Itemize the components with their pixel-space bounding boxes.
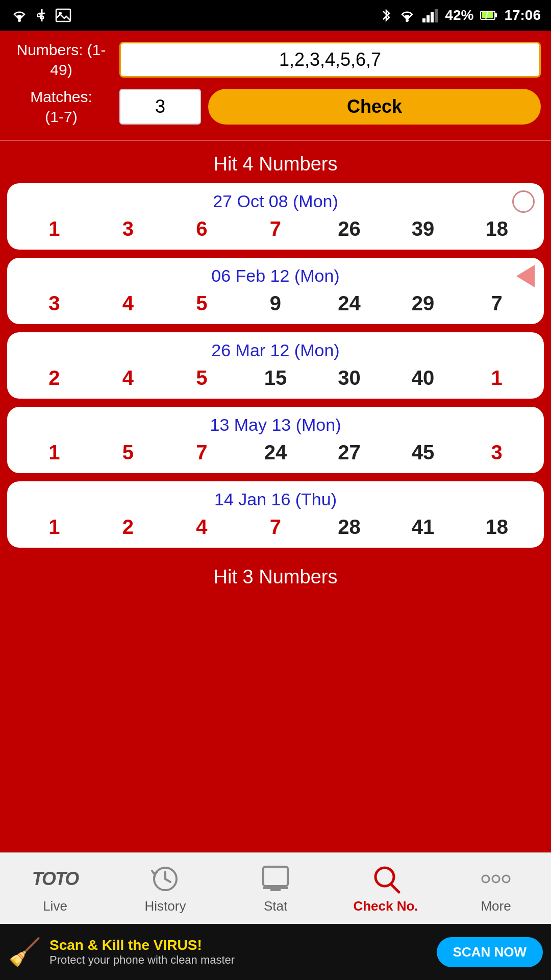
check-button[interactable]: Check: [208, 89, 541, 125]
num: 1: [36, 516, 72, 538]
num: 7: [479, 292, 515, 315]
svg-point-25: [503, 875, 510, 883]
battery-percent: 42%: [445, 7, 473, 23]
nav-item-checkno[interactable]: Check No.: [335, 863, 437, 914]
image-icon: [55, 8, 71, 22]
num: 3: [36, 292, 72, 315]
status-bar: 42% 17:06: [0, 0, 551, 31]
circle-icon: [512, 190, 535, 213]
checkno-icon: [369, 863, 402, 895]
nav-label-checkno: Check No.: [353, 898, 418, 914]
battery-icon: [480, 8, 498, 22]
num: 7: [258, 217, 293, 240]
signal-bars-icon: [422, 8, 439, 22]
num: 2: [110, 516, 146, 538]
svg-rect-5: [56, 9, 70, 21]
svg-rect-8: [422, 18, 425, 22]
main-content: Numbers: (1-49) Matches:(1-7) Check Hit …: [0, 31, 551, 729]
divider: [0, 140, 551, 141]
nav-item-live[interactable]: TOTO Live: [4, 863, 106, 914]
num: 1: [36, 441, 72, 464]
svg-rect-13: [495, 13, 497, 17]
num: 4: [110, 366, 146, 389]
signal-wifi-icon: [398, 8, 416, 22]
result-numbers-5: 1 2 4 7 28 41 18: [17, 516, 534, 538]
numbers-label: Numbers: (1-49): [10, 40, 112, 80]
triangle-icon: [516, 265, 535, 287]
ad-icon: 🧹: [8, 937, 41, 968]
ad-banner: 🧹 Scan & Kill the VIRUS! Protect your ph…: [0, 924, 551, 980]
num: 18: [479, 516, 515, 538]
nav-item-stat[interactable]: Stat: [224, 863, 327, 914]
num: 39: [405, 217, 441, 240]
result-numbers-3: 2 4 5 15 30 40 1: [17, 366, 534, 389]
stat-icon: [259, 863, 292, 895]
num: 18: [479, 217, 515, 240]
result-card-3: 26 Mar 12 (Mon) 2 4 5 15 30 40 1: [7, 332, 544, 399]
scan-now-button[interactable]: SCAN NOW: [437, 937, 543, 967]
num: 1: [36, 217, 72, 240]
num: 45: [405, 441, 441, 464]
num: 26: [332, 217, 367, 240]
matches-label: Matches:(1-7): [10, 87, 112, 127]
numbers-input[interactable]: [119, 42, 541, 78]
nav-label-live: Live: [43, 898, 67, 914]
result-card-1: 27 Oct 08 (Mon) 1 3 6 7 26 39 18: [7, 183, 544, 250]
more-svg: [481, 874, 511, 884]
svg-point-23: [482, 875, 489, 883]
num: 2: [36, 366, 72, 389]
num: 4: [110, 292, 146, 315]
result-date-2: 06 Feb 12 (Mon): [17, 266, 534, 286]
num: 28: [332, 516, 367, 538]
num: 5: [184, 292, 219, 315]
hit4-header: Hit 4 Numbers: [0, 143, 551, 183]
toto-live-icon: TOTO: [39, 863, 71, 895]
num: 7: [258, 516, 293, 538]
result-numbers-2: 3 4 5 9 24 29 7: [17, 292, 534, 315]
usb-icon: [36, 7, 48, 23]
result-date-3: 26 Mar 12 (Mon): [17, 340, 534, 360]
result-date-5: 14 Jan 16 (Thu): [17, 489, 534, 509]
nav-label-more: More: [481, 898, 511, 914]
ad-text-block: Scan & Kill the VIRUS! Protect your phon…: [49, 937, 429, 967]
num: 1: [479, 366, 515, 389]
num: 41: [405, 516, 441, 538]
svg-point-24: [492, 875, 499, 883]
wifi-icon: [10, 8, 29, 22]
matches-input[interactable]: [119, 89, 201, 125]
status-left-icons: [10, 7, 71, 23]
num: 7: [184, 441, 219, 464]
nav-item-more[interactable]: More: [445, 863, 547, 914]
input-area: Numbers: (1-49) Matches:(1-7) Check: [0, 31, 551, 140]
num: 27: [332, 441, 367, 464]
more-icon: [480, 863, 512, 895]
num: 3: [110, 217, 146, 240]
num: 4: [184, 516, 219, 538]
num: 30: [332, 366, 367, 389]
svg-rect-17: [263, 867, 288, 886]
hit3-header: Hit 3 Numbers: [0, 556, 551, 596]
svg-point-7: [406, 19, 409, 22]
checkno-svg: [370, 864, 401, 894]
result-card-4: 13 May 13 (Mon) 1 5 7 24 27 45 3: [7, 407, 544, 473]
status-right-icons: 42% 17:06: [381, 7, 541, 23]
history-icon: [149, 863, 182, 895]
result-card-2: 06 Feb 12 (Mon) 3 4 5 9 24 29 7: [7, 258, 544, 324]
num: 24: [332, 292, 367, 315]
nav-item-history[interactable]: History: [114, 863, 216, 914]
numbers-row: Numbers: (1-49): [10, 40, 541, 80]
svg-line-22: [391, 884, 399, 892]
num: 5: [184, 366, 219, 389]
num: 3: [479, 441, 515, 464]
clock: 17:06: [504, 7, 541, 23]
result-card-5: 14 Jan 16 (Thu) 1 2 4 7 28 41 18: [7, 481, 544, 548]
bluetooth-icon: [381, 7, 392, 23]
result-date-4: 13 May 13 (Mon): [17, 415, 534, 435]
result-numbers-4: 1 5 7 24 27 45 3: [17, 441, 534, 464]
num: 29: [405, 292, 441, 315]
nav-label-stat: Stat: [264, 898, 287, 914]
svg-rect-9: [427, 15, 430, 22]
num: 24: [258, 441, 293, 464]
svg-rect-11: [435, 9, 438, 22]
result-date-1: 27 Oct 08 (Mon): [17, 191, 534, 211]
